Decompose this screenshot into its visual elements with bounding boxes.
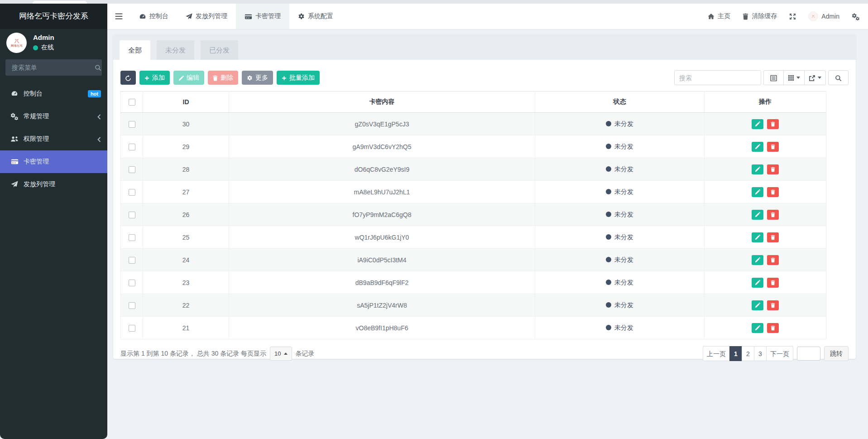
table-row[interactable]: 26 fO7yP9mM2aC6gQ8 未分发 bbox=[121, 203, 826, 226]
row-checkbox[interactable] bbox=[129, 189, 135, 196]
row-delete-button[interactable] bbox=[767, 119, 779, 129]
navtab-system-config[interactable]: 系统配置 bbox=[289, 4, 342, 29]
row-checkbox[interactable] bbox=[129, 212, 135, 218]
sidebar-item-distribution-management[interactable]: 发放列管理 bbox=[0, 173, 107, 196]
jump-page-input[interactable] bbox=[797, 347, 820, 361]
trash-icon bbox=[771, 144, 775, 150]
row-edit-button[interactable] bbox=[752, 119, 763, 129]
page-number-3[interactable]: 3 bbox=[754, 346, 767, 361]
row-delete-button[interactable] bbox=[767, 232, 779, 242]
navtab-distribution-management[interactable]: 发放列管理 bbox=[177, 4, 236, 29]
pagination-controls: 上一页 123下一页 跳转 bbox=[703, 346, 849, 361]
batch-add-button[interactable]: 批量添加 bbox=[277, 71, 320, 85]
delete-button[interactable]: 删除 bbox=[208, 71, 238, 85]
sidebar-item-general-management[interactable]: 常规管理 bbox=[0, 105, 107, 128]
row-delete-button[interactable] bbox=[767, 142, 779, 152]
navtab-cardkey-management[interactable]: 卡密管理 bbox=[236, 4, 289, 29]
search-toggle-button[interactable] bbox=[828, 70, 849, 85]
table-row[interactable]: 24 iA9iC0dP5cI3tM4 未分发 bbox=[121, 249, 826, 271]
row-delete-button[interactable] bbox=[767, 278, 779, 288]
row-checkbox[interactable] bbox=[129, 144, 135, 150]
refresh-button[interactable] bbox=[120, 71, 136, 85]
cell-actions bbox=[705, 135, 826, 158]
toolbar: 添加 编辑 删除 更多 bbox=[120, 70, 849, 85]
row-checkbox[interactable] bbox=[129, 325, 135, 332]
search-icon[interactable] bbox=[95, 63, 101, 72]
row-delete-button[interactable] bbox=[767, 210, 779, 220]
settings-button[interactable] bbox=[852, 12, 860, 20]
avatar bbox=[808, 11, 818, 21]
row-checkbox[interactable] bbox=[129, 257, 135, 264]
row-delete-button[interactable] bbox=[767, 300, 779, 310]
select-all-checkbox[interactable] bbox=[129, 99, 135, 106]
table-row[interactable]: 27 mA8eL9hU7uJ2hL1 未分发 bbox=[121, 181, 826, 203]
cell-select bbox=[121, 271, 143, 294]
tab-undistributed[interactable]: 未分发 bbox=[157, 40, 194, 60]
columns-dropdown-button[interactable] bbox=[783, 70, 805, 85]
tab-all[interactable]: 全部 bbox=[120, 40, 150, 60]
trash-icon bbox=[771, 121, 775, 127]
row-delete-button[interactable] bbox=[767, 323, 779, 333]
page-size-dropdown[interactable]: 10 bbox=[270, 347, 292, 361]
jump-button[interactable]: 跳转 bbox=[824, 346, 849, 361]
sidebar-item-permission-management[interactable]: 权限管理 bbox=[0, 128, 107, 150]
cell-id: 22 bbox=[143, 294, 229, 317]
row-edit-button[interactable] bbox=[752, 142, 763, 152]
toggle-detail-view-button[interactable] bbox=[763, 70, 784, 85]
user-panel: 网络乞丐 Admin 在线 bbox=[6, 31, 103, 54]
row-edit-button[interactable] bbox=[752, 164, 763, 174]
user-menu[interactable]: Admin bbox=[808, 11, 839, 21]
menu-search-input[interactable] bbox=[11, 63, 95, 72]
row-edit-button[interactable] bbox=[752, 278, 763, 288]
table-row[interactable]: 25 wQ1rJ6pU6kG1jY0 未分发 bbox=[121, 226, 826, 249]
table-row[interactable]: 21 vO8eB9fI1pH8uF6 未分发 bbox=[121, 317, 826, 339]
cell-status: 未分发 bbox=[535, 294, 705, 317]
navtab-dashboard[interactable]: 控制台 bbox=[130, 4, 177, 29]
row-checkbox[interactable] bbox=[129, 280, 135, 286]
row-checkbox[interactable] bbox=[129, 234, 135, 241]
status-dot bbox=[606, 189, 611, 194]
row-edit-button[interactable] bbox=[752, 232, 763, 242]
cell-key: fO7yP9mM2aC6gQ8 bbox=[229, 203, 535, 226]
status-dot bbox=[606, 144, 611, 149]
table-row[interactable]: 23 dB9aB9dF6qF9lF2 未分发 bbox=[121, 271, 826, 294]
export-dropdown-button[interactable] bbox=[804, 70, 826, 85]
row-checkbox[interactable] bbox=[129, 166, 135, 173]
fullscreen-button[interactable] bbox=[789, 13, 796, 20]
row-checkbox[interactable] bbox=[129, 121, 135, 128]
add-button[interactable]: 添加 bbox=[139, 71, 170, 85]
row-edit-button[interactable] bbox=[752, 187, 763, 197]
cell-select bbox=[121, 203, 143, 226]
pagination-info: 显示第 1 到第 10 条记录， 总共 30 条记录 每页显示 10 条记录 bbox=[120, 347, 315, 361]
hamburger-menu-button[interactable] bbox=[107, 4, 130, 29]
home-link[interactable]: 主页 bbox=[708, 12, 730, 20]
table-row[interactable]: 29 gA9mV3dC6vY2hQ5 未分发 bbox=[121, 135, 826, 158]
card-body: 添加 编辑 删除 更多 bbox=[113, 70, 856, 361]
row-delete-button[interactable] bbox=[767, 187, 779, 197]
row-delete-button[interactable] bbox=[767, 255, 779, 265]
tab-distributed[interactable]: 已分发 bbox=[201, 40, 238, 60]
edit-button[interactable]: 编辑 bbox=[173, 71, 204, 85]
prev-page[interactable]: 上一页 bbox=[703, 346, 730, 361]
page-number-1[interactable]: 1 bbox=[729, 346, 742, 361]
row-edit-button[interactable] bbox=[752, 255, 763, 265]
row-edit-button[interactable] bbox=[752, 300, 763, 310]
row-edit-button[interactable] bbox=[752, 210, 763, 220]
table-search-input[interactable] bbox=[674, 70, 761, 85]
row-delete-button[interactable] bbox=[767, 164, 779, 174]
cell-id: 23 bbox=[143, 271, 229, 294]
row-edit-button[interactable] bbox=[752, 323, 763, 333]
row-checkbox[interactable] bbox=[129, 302, 135, 309]
table-row[interactable]: 22 sA5jP1tZ2jV4rW8 未分发 bbox=[121, 294, 826, 317]
table-row[interactable]: 28 dO6qC8vG2eY9sI9 未分发 bbox=[121, 158, 826, 181]
sidebar-item-cardkey-management[interactable]: 卡密管理 bbox=[0, 150, 107, 173]
pencil-icon bbox=[755, 212, 760, 217]
users-icon bbox=[10, 136, 19, 142]
next-page[interactable]: 下一页 bbox=[766, 346, 793, 361]
sidebar-item-dashboard[interactable]: 控制台 hot bbox=[0, 82, 107, 105]
page-number-2[interactable]: 2 bbox=[742, 346, 754, 361]
clear-cache-link[interactable]: 清除缓存 bbox=[743, 12, 777, 20]
status-text: 未分发 bbox=[614, 233, 633, 241]
more-button[interactable]: 更多 bbox=[242, 71, 273, 85]
table-row[interactable]: 30 gZ0sV3qE1gP5cJ3 未分发 bbox=[121, 113, 826, 135]
